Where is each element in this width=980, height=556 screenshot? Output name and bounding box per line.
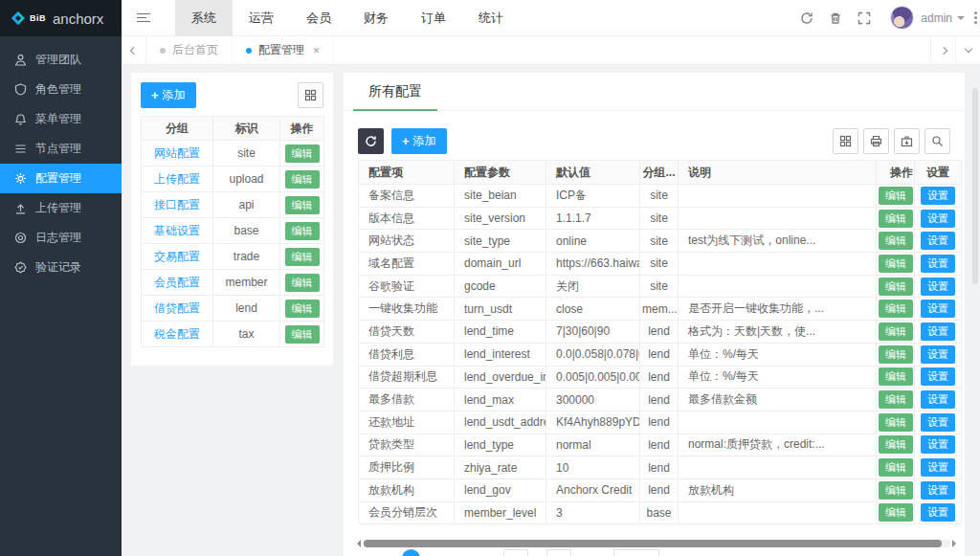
group-link[interactable]: 基础设置 [154, 224, 200, 237]
setting-button[interactable]: 设置 [921, 503, 955, 522]
scrollbar-thumb[interactable] [364, 540, 942, 547]
group-link[interactable]: 上传配置 [154, 172, 200, 186]
nav-item-operation[interactable]: 运营 [233, 0, 290, 36]
refresh-icon[interactable] [792, 0, 821, 36]
edit-button[interactable]: 编辑 [879, 187, 913, 205]
add-config-button[interactable]: + 添加 [391, 128, 447, 154]
sidebar-item-team[interactable]: 管理团队 [0, 45, 122, 75]
edit-button[interactable]: 编辑 [879, 322, 913, 341]
edit-button[interactable]: 编辑 [285, 145, 320, 163]
print-icon[interactable] [863, 128, 889, 154]
close-icon[interactable]: × [313, 44, 320, 57]
setting-button[interactable]: 设置 [921, 278, 955, 296]
scrollbar-track[interactable] [363, 540, 950, 547]
sidebar-item-logs[interactable]: 日志管理 [0, 223, 122, 253]
nav-item-stats[interactable]: 统计 [462, 0, 520, 36]
tab-home[interactable]: 后台首页 [146, 36, 233, 64]
scroll-right-arrow-icon[interactable] [952, 540, 960, 547]
group-table-row: 会员配置 member 编辑 [142, 270, 324, 296]
sidebar-item-nodes[interactable]: 节点管理 [0, 134, 122, 164]
edit-button[interactable]: 编辑 [285, 222, 320, 240]
nav-item-system[interactable]: 系统 [175, 0, 233, 36]
setting-button[interactable]: 设置 [921, 187, 955, 205]
edit-button[interactable]: 编辑 [879, 458, 913, 477]
edit-button[interactable]: 编辑 [879, 210, 913, 228]
edit-button[interactable]: 编辑 [285, 248, 320, 266]
group-link[interactable]: 会员配置 [154, 276, 200, 289]
edit-button[interactable]: 编辑 [879, 413, 913, 432]
edit-button[interactable]: 编辑 [879, 367, 913, 386]
page-vertical-scrollbar[interactable] [972, 88, 978, 284]
caret-down-icon[interactable] [957, 16, 965, 24]
setting-button[interactable]: 设置 [921, 413, 955, 432]
nav-item-orders[interactable]: 订单 [405, 0, 462, 36]
top-nav: 系统 运营 会员 财务 订单 统计 [175, 0, 520, 36]
refresh-icon[interactable] [358, 128, 384, 154]
scroll-left-arrow-icon[interactable] [353, 540, 361, 547]
edit-button[interactable]: 编辑 [879, 300, 913, 318]
setting-button[interactable]: 设置 [921, 481, 955, 500]
edit-button[interactable]: 编辑 [879, 255, 913, 273]
more-menu-icon[interactable] [970, 0, 980, 36]
tabs-scroll-right[interactable] [930, 36, 955, 64]
setting-button[interactable]: 设置 [921, 210, 955, 228]
trash-icon[interactable] [821, 0, 850, 36]
group-link[interactable]: 交易配置 [154, 250, 200, 263]
config-group-cell: lend [640, 389, 679, 411]
avatar[interactable] [890, 6, 914, 30]
setting-button[interactable]: 设置 [921, 255, 955, 273]
group-link[interactable]: 税金配置 [154, 327, 200, 341]
setting-button[interactable]: 设置 [921, 390, 955, 409]
edit-button[interactable]: 编辑 [879, 435, 913, 454]
pagination-prev[interactable] [503, 549, 528, 556]
setting-button[interactable]: 设置 [921, 367, 955, 386]
edit-button[interactable]: 编辑 [285, 196, 320, 214]
sidebar-item-verify[interactable]: 验证记录 [0, 253, 122, 282]
edit-button[interactable]: 编辑 [879, 481, 913, 500]
edit-button[interactable]: 编辑 [285, 300, 320, 318]
add-group-button[interactable]: + 添加 [141, 82, 196, 108]
export-icon[interactable] [894, 128, 920, 154]
nav-item-members[interactable]: 会员 [290, 0, 347, 36]
config-param-cell: site_version [455, 207, 546, 230]
collapse-menu-icon[interactable] [122, 0, 166, 36]
tabs-more-dropdown[interactable] [955, 36, 980, 64]
setting-button[interactable]: 设置 [921, 232, 955, 250]
pagination-next[interactable] [546, 549, 571, 556]
action-cell: 编辑 [877, 366, 915, 389]
group-link[interactable]: 网站配置 [154, 146, 200, 160]
edit-button[interactable]: 编辑 [285, 325, 320, 344]
pagination-page-1[interactable] [402, 549, 420, 556]
edit-button[interactable]: 编辑 [879, 232, 913, 250]
setting-button[interactable]: 设置 [921, 458, 955, 477]
pagination-jump[interactable] [613, 549, 659, 556]
edit-button[interactable]: 编辑 [285, 274, 320, 292]
sidebar-item-upload[interactable]: 上传管理 [0, 193, 122, 223]
columns-grid-icon[interactable] [833, 128, 858, 154]
tab-all-configs[interactable]: 所有配置 [353, 73, 437, 110]
tabs-scroll-left[interactable] [122, 36, 146, 64]
columns-grid-icon[interactable] [298, 82, 323, 108]
setting-button[interactable]: 设置 [921, 435, 955, 454]
sidebar-item-menus[interactable]: 菜单管理 [0, 104, 122, 134]
group-link[interactable]: 借贷配置 [154, 301, 200, 315]
sidebar-item-config[interactable]: 配置管理 [0, 164, 122, 193]
setting-button[interactable]: 设置 [921, 345, 955, 364]
setting-button[interactable]: 设置 [921, 322, 955, 341]
sidebar-item-roles[interactable]: 角色管理 [0, 75, 122, 104]
search-icon[interactable] [924, 128, 950, 154]
brand-logo[interactable]: BiB anchorx [0, 0, 122, 36]
username[interactable]: admin [921, 11, 952, 25]
edit-button[interactable]: 编辑 [879, 503, 913, 522]
edit-button[interactable]: 编辑 [285, 170, 320, 189]
config-table-row: 借贷超期利息 lend_overdue_interest 0.005|0.005… [359, 366, 962, 389]
nav-item-finance[interactable]: 财务 [347, 0, 405, 36]
fullscreen-icon[interactable] [850, 0, 879, 36]
config-tabstrip: 所有配置 [344, 73, 965, 111]
edit-button[interactable]: 编辑 [879, 278, 913, 296]
edit-button[interactable]: 编辑 [879, 345, 913, 364]
tab-config[interactable]: 配置管理 × [233, 36, 334, 64]
group-link[interactable]: 接口配置 [154, 198, 200, 211]
setting-button[interactable]: 设置 [921, 300, 955, 318]
edit-button[interactable]: 编辑 [879, 390, 913, 409]
